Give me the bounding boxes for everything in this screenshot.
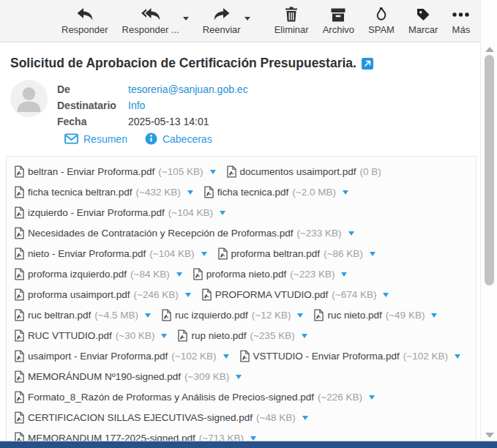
attachment-item[interactable]: ruc nieto.pdf(~49 KB)	[314, 309, 437, 321]
attachment-menu-caret-icon[interactable]	[223, 354, 229, 359]
toolbar-button-label: Reenviar	[203, 24, 241, 35]
info-circle-icon	[145, 132, 157, 145]
attachment-name[interactable]: ficha tecnica beltran.pdf	[28, 187, 132, 198]
attachment-menu-caret-icon[interactable]	[369, 395, 375, 400]
attachment-name[interactable]: CERTIFICACION SILLAS EJECUTIVAS-signed.p…	[28, 412, 253, 423]
attachment-name[interactable]: rup nieto.pdf	[191, 330, 246, 341]
attachment-menu-caret-icon[interactable]	[210, 170, 216, 174]
attachment-item[interactable]: nieto - Enviar Proforma.pdf(~104 KB)	[15, 247, 207, 260]
attachment-name[interactable]: usaimport - Enviar Proforma.pdf	[28, 351, 168, 362]
attachment-name[interactable]: ruc izquierdo.pdf	[175, 310, 248, 321]
attachment-menu-caret-icon[interactable]	[370, 252, 375, 256]
attachment-item[interactable]: rup nieto.pdf(~235 KB)	[178, 329, 307, 342]
attachment-name[interactable]: proforma usaimport.pdf	[28, 289, 130, 300]
attachment-menu-caret-icon[interactable]	[431, 313, 437, 318]
attachment-menu-caret-icon[interactable]	[341, 272, 347, 277]
attachment-item[interactable]: proforma nieto.pdf(~223 KB)	[193, 268, 348, 280]
attachment-name[interactable]: Formato_8_Razón de Proformas y Análisis …	[28, 392, 314, 403]
attachment-name[interactable]: documentos usaimport.pdf	[240, 166, 356, 177]
attachment-menu-caret-icon[interactable]	[348, 231, 354, 236]
attachment-name[interactable]: Necesidades de Contratación y Recepción …	[28, 228, 293, 239]
attachment-name[interactable]: proforma beltran.pdf	[231, 248, 321, 259]
attachment-menu-caret-icon[interactable]	[343, 190, 348, 195]
dropdown-caret-icon[interactable]	[244, 17, 250, 20]
attachment-item[interactable]: beltran - Enviar Proforma.pdf(~105 KB)	[15, 165, 216, 178]
scroll-down-arrow-icon[interactable]	[485, 433, 494, 438]
attachment-name[interactable]: beltran - Enviar Proforma.pdf	[28, 166, 154, 177]
attachment-item[interactable]: CERTIFICACION SILLAS EJECUTIVAS-signed.p…	[15, 411, 308, 424]
toolbar-button-label: Eliminar	[274, 24, 309, 35]
attachment-menu-caret-icon[interactable]	[220, 211, 225, 215]
toolbar-button-responder[interactable]: Responder	[61, 7, 108, 35]
toolbar-button-responder[interactable]: Responder ...	[122, 7, 179, 35]
attachment-item[interactable]: Formato_8_Razón de Proformas y Análisis …	[15, 391, 375, 403]
pdf-file-icon	[15, 309, 24, 321]
attachment-name[interactable]: izquierdo - Enviar Proforma.pdf	[28, 207, 165, 218]
attachment-menu-caret-icon[interactable]	[383, 293, 389, 297]
attachment-item[interactable]: ficha tecnica.pdf(~2.0 MB)	[204, 186, 348, 198]
attachment-item[interactable]: proforma beltran.pdf(~86 KB)	[218, 247, 375, 260]
headers-toggle[interactable]: Cabeceras	[145, 132, 212, 145]
attachment-menu-caret-icon[interactable]	[185, 293, 191, 297]
toolbar-button-eliminar[interactable]: Eliminar	[274, 7, 309, 35]
toolbar-button-spam[interactable]: SPAM	[368, 7, 395, 35]
attachment-name[interactable]: ruc nieto.pdf	[327, 310, 381, 321]
attachment-name[interactable]: nieto - Enviar Proforma.pdf	[28, 248, 146, 259]
pdf-file-icon	[15, 288, 24, 301]
summary-toggle[interactable]: Resumen	[64, 132, 127, 145]
attachment-menu-caret-icon[interactable]	[201, 252, 207, 256]
attachment-menu-caret-icon[interactable]	[161, 334, 167, 338]
pdf-file-icon	[15, 391, 24, 403]
attachment-item[interactable]: izquierdo - Enviar Proforma.pdf(~104 KB)	[15, 206, 225, 219]
toolbar-button-más[interactable]: Más	[452, 7, 470, 35]
attachment-item[interactable]: ruc beltran.pdf(~4.5 MB)	[15, 309, 151, 321]
toolbar-group: Marcar	[408, 7, 438, 35]
scroll-up-arrow-icon[interactable]	[485, 47, 494, 52]
attachment-menu-caret-icon[interactable]	[455, 354, 460, 359]
attachment-size: (~309 KB)	[184, 371, 229, 382]
attachment-name[interactable]: VSTTUDIO - Enviar Proforma.pdf	[253, 351, 400, 362]
attachment-size: (~432 KB)	[136, 187, 181, 198]
attachment-row: ruc beltran.pdf(~4.5 MB)ruc izquierdo.pd…	[15, 305, 468, 325]
sender-address-link[interactable]: tesoreria@sanjuan.gob.ec	[128, 83, 248, 95]
attachment-menu-caret-icon[interactable]	[187, 190, 193, 195]
pdf-file-icon	[227, 165, 236, 178]
attachment-item[interactable]: ruc izquierdo.pdf(~12 KB)	[162, 309, 303, 321]
toolbar-group: Eliminar	[274, 7, 309, 35]
attachment-item[interactable]: PROFORMA VTUDIO.pdf(~674 KB)	[202, 288, 389, 301]
attachment-item[interactable]: Necesidades de Contratación y Recepción …	[15, 227, 354, 239]
attachment-item[interactable]: proforma izquierdo.pdf(~84 KB)	[15, 268, 182, 280]
attachment-menu-caret-icon[interactable]	[302, 334, 307, 338]
attachment-item[interactable]: ficha tecnica beltran.pdf(~432 KB)	[15, 186, 193, 198]
dropdown-caret-icon[interactable]	[183, 17, 189, 20]
toolbar-button-archivo[interactable]: Archivo	[323, 7, 354, 35]
attachment-menu-caret-icon[interactable]	[297, 313, 303, 318]
attachment-name[interactable]: RUC VTTUDIO.pdf	[28, 330, 112, 341]
attachment-menu-caret-icon[interactable]	[302, 416, 308, 420]
scrollbar-thumb[interactable]	[485, 55, 494, 285]
toolbar: ResponderResponder ...ReenviarEliminarAr…	[0, 0, 480, 42]
attachment-name[interactable]: PROFORMA VTUDIO.pdf	[215, 289, 329, 300]
attachment-menu-caret-icon[interactable]	[236, 375, 242, 379]
attachment-name[interactable]: proforma nieto.pdf	[206, 269, 287, 280]
attachment-name[interactable]: MEMORÁNDUM Nº190-signed.pdf	[28, 371, 181, 382]
toolbar-button-reenviar[interactable]: Reenviar	[203, 7, 241, 35]
attachment-item[interactable]: MEMORÁNDUM Nº190-signed.pdf(~309 KB)	[15, 370, 242, 383]
attachment-menu-caret-icon[interactable]	[145, 313, 151, 318]
attachment-name[interactable]: ficha tecnica.pdf	[217, 187, 289, 198]
attachment-item[interactable]: usaimport - Enviar Proforma.pdf(~102 KB)	[15, 350, 229, 362]
attachment-item[interactable]: proforma usaimport.pdf(~246 KB)	[15, 288, 191, 301]
scrollbar[interactable]	[480, 0, 497, 448]
attachment-menu-caret-icon[interactable]	[176, 272, 182, 277]
attachment-name[interactable]: proforma izquierdo.pdf	[28, 269, 127, 280]
toolbar-button-label: Más	[452, 24, 471, 35]
header-label: Destinatario	[57, 100, 128, 111]
attachment-name[interactable]: ruc beltran.pdf	[28, 310, 91, 321]
reply-all-icon	[141, 7, 161, 22]
attachment-item[interactable]: RUC VTTUDIO.pdf(~30 KB)	[15, 329, 167, 342]
attachment-item[interactable]: documentos usaimport.pdf(0 B)	[227, 165, 381, 178]
recipient-link[interactable]: Info	[128, 100, 145, 111]
toolbar-button-marcar[interactable]: Marcar	[408, 7, 438, 35]
external-link-icon[interactable]	[362, 58, 373, 70]
attachment-item[interactable]: VSTTUDIO - Enviar Proforma.pdf(~102 KB)	[240, 350, 460, 362]
